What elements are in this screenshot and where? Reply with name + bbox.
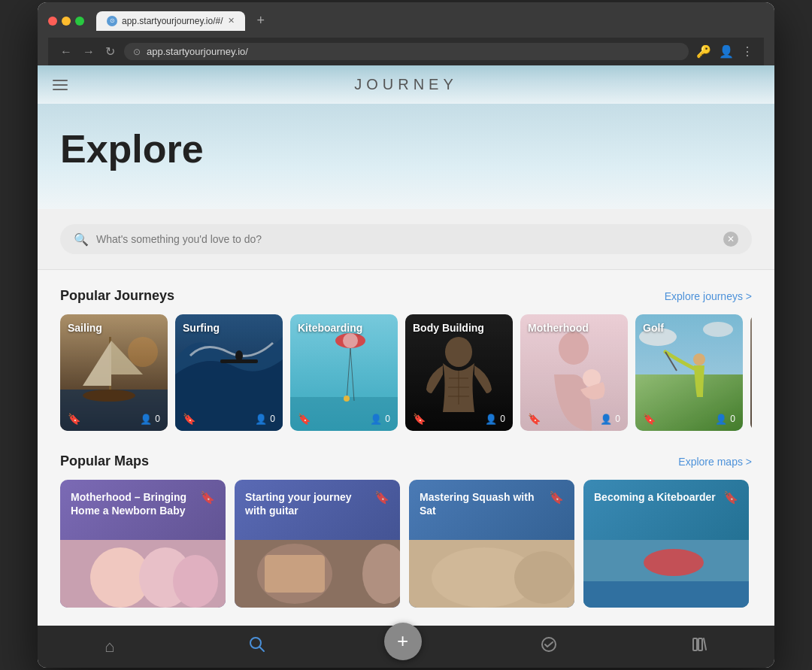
- kiteboarding-followers: 👤 0: [370, 414, 390, 425]
- map-card-motherhood[interactable]: Motherhood – Bringing Home a Newborn Bab…: [60, 480, 226, 608]
- surfing-bookmark-icon: 🔖: [183, 413, 195, 425]
- sailing-bookmark-icon: 🔖: [68, 413, 80, 425]
- map-card-guitar[interactable]: Starting your journey with guitar 🔖: [235, 480, 400, 608]
- journey-card-french-footer: 🔖 👤 0: [750, 407, 752, 431]
- map-card-kiteboard[interactable]: Becoming a Kiteboarder 🔖: [583, 480, 749, 608]
- bodybuilding-label: Body Building: [413, 322, 484, 334]
- svg-point-62: [514, 551, 574, 604]
- map-kiteboard-title: Becoming a Kiteboarder: [594, 490, 717, 504]
- hamburger-line-3: [53, 89, 68, 90]
- surfing-followers-count: 0: [270, 414, 275, 424]
- kiteboarding-followers-icon: 👤: [370, 414, 382, 425]
- explore-maps-link[interactable]: Explore maps >: [678, 456, 752, 468]
- url-display: app.startyourjourney.io/: [147, 46, 680, 57]
- golf-followers-icon: 👤: [715, 414, 727, 425]
- forward-button[interactable]: →: [81, 45, 96, 59]
- golf-followers-count: 0: [730, 414, 735, 424]
- search-section: 🔍 ✕: [38, 209, 774, 270]
- map-motherhood-title: Motherhood – Bringing Home a Newborn Bab…: [71, 490, 194, 517]
- map-squash-image: [409, 540, 574, 608]
- new-tab-button[interactable]: +: [251, 10, 271, 32]
- journey-card-surfing[interactable]: 🔖 👤 0 Surfing: [175, 314, 283, 431]
- maps-section-title: Popular Maps: [60, 453, 149, 469]
- browser-addressbar: ← → ↻ ⊙ app.startyourjourney.io/ 🔑 👤 ⋮: [48, 38, 764, 65]
- map-squash-title: Mastering Squash with Sat: [420, 490, 543, 517]
- profile-icon[interactable]: 👤: [719, 44, 734, 59]
- key-icon[interactable]: 🔑: [696, 44, 711, 59]
- map-motherhood-bookmark: 🔖: [200, 490, 215, 505]
- journeys-section-header: Popular Journeys Explore journeys >: [60, 288, 752, 304]
- map-card-kiteboard-header: Becoming a Kiteboarder 🔖: [583, 480, 749, 540]
- journey-card-bodybuilding[interactable]: 🔖 👤 0 Body Building: [405, 314, 513, 431]
- svg-point-65: [644, 549, 704, 576]
- golf-label: Golf: [643, 322, 664, 334]
- svg-line-67: [259, 647, 264, 652]
- tab-close-button[interactable]: ✕: [228, 16, 235, 26]
- map-squash-bookmark: 🔖: [549, 490, 564, 505]
- maps-section-header: Popular Maps Explore maps >: [60, 453, 752, 469]
- kiteboarding-label: Kiteboarding: [298, 322, 362, 334]
- home-icon: ⌂: [105, 637, 114, 656]
- nav-item-search[interactable]: [234, 633, 280, 660]
- kiteboarding-followers-count: 0: [385, 414, 390, 424]
- active-browser-tab[interactable]: ⊙ app.startyourjourney.io/#/ ✕: [96, 11, 245, 31]
- tasks-icon: [541, 636, 557, 657]
- address-bar[interactable]: ⊙ app.startyourjourney.io/: [124, 43, 689, 60]
- nav-item-library[interactable]: [676, 633, 723, 660]
- hamburger-line-2: [53, 84, 68, 86]
- browser-titlebar: ⊙ app.startyourjourney.io/#/ ✕ + ← → ↻ ⊙…: [38, 2, 774, 65]
- maximize-window-button[interactable]: [75, 17, 84, 26]
- nav-item-tasks[interactable]: [526, 633, 572, 660]
- journey-card-sailing[interactable]: 🔖 👤 0 Sailing: [60, 314, 168, 431]
- search-icon: 🔍: [74, 232, 89, 247]
- motherhood-followers: 👤 0: [600, 414, 620, 425]
- journey-card-golf-footer: 🔖 👤 0: [635, 407, 743, 431]
- close-window-button[interactable]: [48, 17, 57, 26]
- browser-tabs-row: ⊙ app.startyourjourney.io/#/ ✕ +: [48, 10, 764, 32]
- search-input[interactable]: [96, 233, 716, 245]
- journey-card-sailing-footer: 🔖 👤 0: [60, 407, 168, 431]
- search-nav-icon: [249, 636, 265, 657]
- back-button[interactable]: ←: [59, 45, 74, 59]
- bottom-nav: ⌂ +: [38, 626, 774, 668]
- sailing-followers-count: 0: [155, 414, 160, 424]
- golf-followers: 👤 0: [715, 414, 735, 425]
- golf-bookmark-icon: 🔖: [643, 413, 656, 425]
- search-bar: 🔍 ✕: [60, 224, 752, 254]
- traffic-lights: [48, 17, 84, 26]
- app-content: JOURNEY Explore 🔍 ✕ Popular Journeys Exp…: [38, 65, 774, 626]
- sailing-followers-icon: 👤: [140, 414, 152, 425]
- map-card-squash[interactable]: Mastering Squash with Sat 🔖: [409, 480, 574, 608]
- add-fab-button[interactable]: +: [384, 623, 422, 660]
- map-card-squash-header: Mastering Squash with Sat 🔖: [409, 480, 574, 540]
- hamburger-line-1: [53, 80, 68, 81]
- surfing-label: Surfing: [183, 322, 220, 334]
- journey-card-motherhood[interactable]: 🔖 👤 0 Motherhood: [520, 314, 628, 431]
- svg-point-55: [173, 555, 218, 608]
- hero-section: Explore: [38, 104, 774, 209]
- bodybuilding-followers-count: 0: [500, 414, 505, 424]
- journey-card-kiteboarding[interactable]: 🔖 👤 0 Kiteboarding: [290, 314, 398, 431]
- sailing-followers: 👤 0: [140, 414, 160, 425]
- svg-rect-64: [583, 581, 749, 608]
- hamburger-menu-button[interactable]: [53, 80, 68, 90]
- surfing-followers: 👤 0: [255, 414, 275, 425]
- nav-item-home[interactable]: ⌂: [89, 634, 129, 659]
- add-icon: +: [397, 629, 408, 653]
- motherhood-followers-count: 0: [615, 414, 620, 424]
- bodybuilding-followers: 👤 0: [485, 414, 505, 425]
- journey-card-surfing-footer: 🔖 👤 0: [175, 407, 283, 431]
- map-motherhood-image: [60, 540, 226, 608]
- bodybuilding-followers-icon: 👤: [485, 414, 497, 425]
- journey-card-golf[interactable]: 🔖 👤 0 Golf: [635, 314, 743, 431]
- search-clear-button[interactable]: ✕: [723, 232, 738, 247]
- journey-card-bodybuilding-footer: 🔖 👤 0: [405, 407, 513, 431]
- app-logo: JOURNEY: [354, 76, 458, 93]
- explore-journeys-link[interactable]: Explore journeys >: [665, 290, 752, 302]
- more-options-icon[interactable]: ⋮: [741, 44, 753, 59]
- minimize-window-button[interactable]: [62, 17, 71, 26]
- svg-rect-58: [265, 555, 325, 593]
- journey-card-french[interactable]: 🔖 👤 0 French: [750, 314, 752, 431]
- map-guitar-title: Starting your journey with guitar: [245, 490, 368, 517]
- reload-button[interactable]: ↻: [104, 44, 117, 59]
